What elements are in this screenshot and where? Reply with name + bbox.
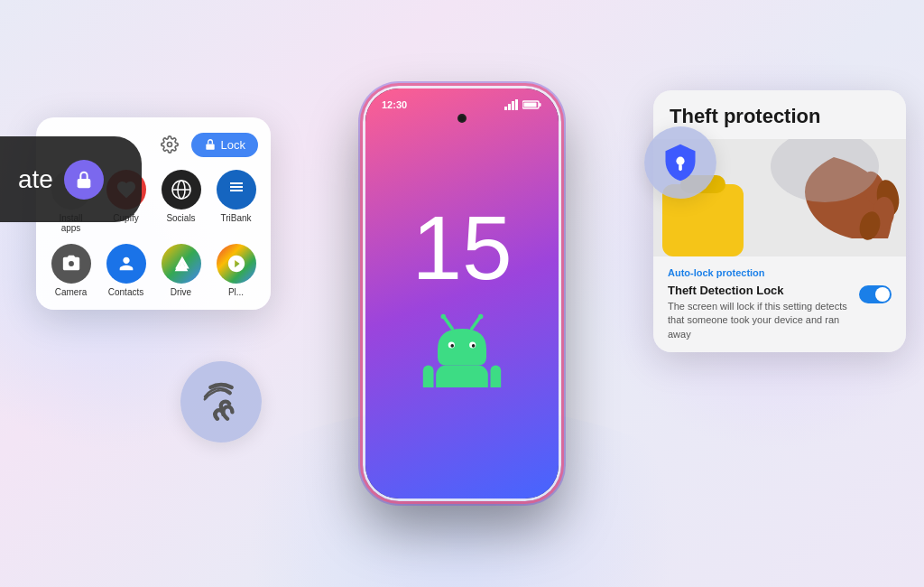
svg-point-15: [441, 313, 446, 318]
theft-detection-row: Theft Detection Lock The screen will loc…: [668, 284, 892, 341]
shield-key-icon: [661, 143, 700, 182]
android-mascot: [421, 311, 503, 387]
partial-text: ate: [18, 165, 53, 194]
app-socials[interactable]: Socials: [159, 170, 203, 233]
svg-rect-21: [436, 365, 488, 387]
app-contacts[interactable]: Contacts: [104, 244, 148, 297]
signal-icon: [504, 99, 519, 110]
svg-rect-9: [515, 99, 518, 110]
svg-point-16: [478, 313, 483, 318]
svg-rect-2: [206, 144, 214, 149]
svg-point-20: [472, 344, 476, 348]
svg-line-14: [472, 317, 480, 329]
auto-lock-label: Auto-lock protection: [668, 267, 892, 278]
svg-rect-23: [491, 365, 502, 387]
app-label: Contacts: [108, 287, 143, 297]
app-label: Pl...: [228, 287, 244, 297]
theft-detection-desc: The screen will lock if this setting det…: [668, 300, 850, 341]
theft-protection-title: Theft protection: [670, 105, 890, 128]
partial-update-panel: ate: [0, 136, 142, 222]
android-phone: 12:30 15: [363, 86, 561, 501]
app-label: Camera: [55, 287, 88, 297]
fingerprint-bubble: [180, 361, 262, 443]
lock-circle-icon: [64, 160, 104, 200]
app-label: Socials: [166, 213, 195, 223]
app-label: Drive: [171, 287, 191, 297]
theft-detection-text: Theft Detection Lock The screen will loc…: [668, 284, 850, 341]
svg-rect-7: [508, 104, 511, 110]
battery-icon: [522, 99, 542, 110]
phone-time: 12:30: [382, 99, 407, 110]
phone-screen: 15: [365, 126, 559, 498]
status-bar: 12:30: [365, 89, 559, 114]
svg-rect-27: [679, 164, 682, 171]
settings-icon[interactable]: [155, 130, 184, 159]
app-tribank[interactable]: TriBank: [214, 170, 258, 233]
svg-line-13: [444, 317, 452, 329]
phone-camera-notch: [457, 114, 467, 123]
svg-rect-11: [540, 103, 541, 107]
svg-rect-22: [423, 365, 434, 387]
app-camera[interactable]: Camera: [49, 244, 93, 297]
svg-rect-8: [512, 101, 514, 110]
lock-button-label: Lock: [221, 138, 245, 152]
app-photos[interactable]: Pl...: [214, 244, 258, 297]
svg-point-26: [676, 157, 684, 165]
app-label: TriBank: [220, 213, 251, 223]
svg-point-19: [450, 344, 454, 348]
svg-rect-0: [78, 179, 91, 188]
svg-point-1: [167, 143, 171, 147]
fingerprint-icon: [199, 380, 243, 424]
theft-panel-content: Auto-lock protection Theft Detection Loc…: [653, 256, 906, 352]
android-version-number: 15: [411, 202, 512, 293]
app-drive[interactable]: Drive: [159, 244, 203, 297]
theft-detection-title: Theft Detection Lock: [668, 284, 850, 297]
svg-rect-6: [504, 107, 507, 110]
status-icons: [504, 99, 542, 110]
lock-button[interactable]: Lock: [191, 133, 258, 157]
shield-bubble: [644, 126, 716, 199]
svg-rect-12: [524, 103, 537, 107]
theft-detection-toggle[interactable]: [859, 285, 892, 303]
